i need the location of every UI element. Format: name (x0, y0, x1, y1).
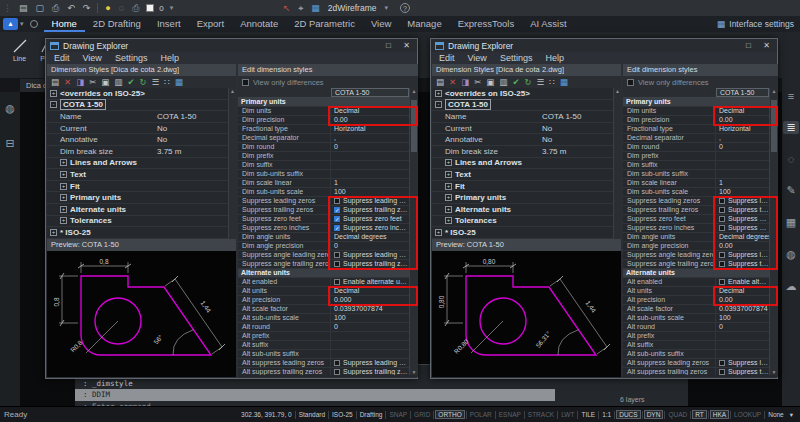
tree-row[interactable]: -COTA 1-50 (432, 100, 621, 112)
paste-icon[interactable]: ▥ (114, 77, 122, 87)
dialog-title-bar[interactable]: Drawing Explorer□✕ (46, 39, 417, 52)
grid-value[interactable]: 100 (331, 314, 409, 322)
interface-settings-button[interactable]: ▦ Interface settings (717, 19, 794, 29)
tree-row[interactable]: +Tolerances (47, 216, 236, 228)
tab-home[interactable]: Home (44, 16, 85, 32)
grid-row[interactable]: Dim prefix (238, 152, 418, 161)
current-layer-name[interactable]: 0 (159, 4, 163, 13)
line-tool-button[interactable]: Line (6, 34, 33, 76)
tab-insert[interactable]: Insert (149, 16, 189, 32)
cloud-icon[interactable]: ☁ (783, 280, 799, 293)
tree-row[interactable]: +Alternate units (432, 204, 621, 216)
tree-row[interactable]: +Text (47, 169, 236, 181)
grid-value[interactable]: Enable alternate units (716, 278, 769, 286)
grid-value[interactable]: Suppress leading ze... (331, 359, 409, 367)
grid-value[interactable] (716, 161, 769, 169)
status-toggle-standard[interactable]: Standard (296, 411, 328, 418)
grid-value[interactable]: Suppress trailing ze... (716, 368, 769, 375)
tree-row[interactable]: +Alternate units (47, 204, 236, 216)
grid-row[interactable]: Dim sub-units suffix (238, 170, 418, 179)
checkbox-unchecked[interactable] (719, 369, 725, 375)
layer-bulb-icon[interactable]: ● (105, 3, 110, 13)
grid-value[interactable] (331, 161, 409, 169)
delete-style-icon[interactable]: ✕ (64, 77, 71, 87)
status-toggle-rt[interactable]: RT (692, 410, 707, 419)
details-view-icon[interactable]: ▦ (560, 77, 568, 87)
view-differences-checkbox[interactable] (627, 79, 634, 86)
layers-icon[interactable]: ≣ (783, 121, 799, 134)
regen-icon[interactable]: ↻ (525, 77, 532, 87)
status-overflow-caret-icon[interactable]: ▾ (787, 411, 796, 419)
grid-row[interactable]: Dim scale linear1 (623, 179, 778, 188)
grid-value[interactable]: 0 (716, 323, 769, 331)
status-toggle-polar[interactable]: POLAR (467, 411, 495, 418)
grid-row[interactable]: Alt suffix (623, 341, 778, 350)
checkbox-unchecked[interactable] (334, 360, 340, 366)
tab-view[interactable]: View (363, 16, 399, 32)
status-toggle-dyn[interactable]: DYN (644, 410, 664, 419)
expand-icon[interactable]: + (435, 229, 442, 236)
grid-row[interactable]: Alt prefix (238, 332, 418, 341)
purge-icon[interactable]: ◨ (461, 77, 469, 87)
cut-icon[interactable]: ✂ (89, 77, 96, 87)
grid-row[interactable]: Dim sub-units suffix (623, 170, 778, 179)
target-icon[interactable]: ⌖ (298, 3, 303, 14)
grid-row[interactable]: Decimal separator, (238, 134, 418, 143)
tree-row[interactable]: +* ISO-25 (432, 227, 621, 239)
plot-icon[interactable]: ⎙ (52, 3, 59, 14)
grid-value[interactable] (331, 332, 409, 340)
grid-row[interactable]: Dim prefix (623, 152, 778, 161)
save-icon[interactable]: ▤ (19, 3, 28, 13)
grid-row[interactable]: Alt prefix (623, 332, 778, 341)
tab-export[interactable]: Export (189, 16, 232, 32)
details-view-icon[interactable]: ▦ (175, 77, 183, 87)
collapse-icon[interactable]: - (435, 101, 442, 108)
tree-row[interactable]: NameCOTA 1-50 (47, 111, 236, 123)
purge-icon[interactable]: ◨ (76, 77, 84, 87)
view-style-caret-icon[interactable]: ▾ (384, 4, 388, 12)
tree-row[interactable]: +Tolerances (432, 216, 621, 228)
view-style-dropdown[interactable]: 2dWireframe (328, 3, 377, 13)
status-toggle-grid[interactable]: GRID (411, 411, 433, 418)
expand-icon[interactable]: + (60, 159, 67, 166)
tree-row[interactable]: CurrentNo (47, 123, 236, 135)
new-style-icon[interactable]: ▤ (436, 77, 444, 87)
grid-row[interactable]: Alt sub-units scale100 (238, 314, 418, 323)
tree-row[interactable]: +Primary units (432, 192, 621, 204)
grid-value[interactable] (331, 350, 409, 358)
grid-value[interactable] (331, 341, 409, 349)
grid-value[interactable]: , (331, 134, 409, 142)
status-toggle-tile[interactable]: TILE (578, 411, 598, 418)
scroll-down-icon[interactable]: ▼ (770, 369, 778, 375)
menu-help[interactable]: Help (545, 53, 564, 63)
tree-row[interactable]: Dim break size3.75 m (47, 146, 236, 158)
grid-value[interactable] (716, 332, 769, 340)
grid-value[interactable]: Horizontal (716, 125, 769, 133)
grid-row[interactable]: Alt scale factor0.03937007874 (623, 305, 778, 314)
grid-value[interactable]: 0 (716, 143, 769, 151)
expand-icon[interactable]: + (445, 194, 452, 201)
copy-icon[interactable]: ▣ (486, 77, 494, 87)
layer-controls[interactable]: ●◌⎙0▾ (101, 3, 177, 14)
expand-icon[interactable]: + (445, 159, 452, 166)
grid-row[interactable]: Alt sub-units suffix (238, 350, 418, 359)
status-toggle-ortho[interactable]: ORTHO (435, 410, 464, 419)
grid-row[interactable]: Alt suppress trailing zerosSuppress trai… (623, 368, 778, 375)
tree-row[interactable]: NameCOTA 1-50 (432, 111, 621, 123)
grid-row[interactable]: Dim round0 (623, 143, 778, 152)
tab-2d-drafting[interactable]: 2D Drafting (85, 16, 149, 32)
expand-icon[interactable]: + (435, 90, 442, 97)
grid-row[interactable]: Alt suppress leading zerosSuppress leadi… (238, 359, 418, 368)
grid-value[interactable]: Enable alternate units (331, 278, 409, 286)
scroll-up-icon[interactable]: ▲ (410, 88, 418, 94)
layer-dropdown-caret-icon[interactable]: ▾ (170, 4, 174, 12)
status-toggle-none[interactable]: None (765, 411, 787, 418)
tree-scrollbar[interactable]: ▲ (228, 88, 236, 239)
undo-icon[interactable]: ↶ (67, 3, 75, 13)
status-toggle-lookup[interactable]: LOOKUP (731, 411, 764, 418)
structure-icon[interactable]: ⊟ (5, 137, 14, 150)
scroll-up-icon[interactable]: ▲ (770, 88, 778, 94)
tree-row[interactable]: +Lines and Arrows (432, 158, 621, 170)
grid-value[interactable]: , (716, 134, 769, 142)
attachments-icon[interactable]: ◌ (783, 153, 799, 165)
